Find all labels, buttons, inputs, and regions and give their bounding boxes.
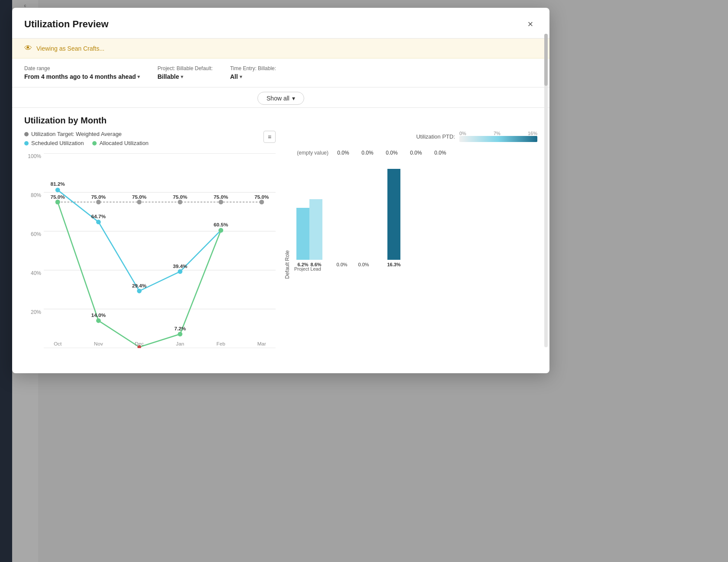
empty-value-row: (empty value) 0.0% 0.0% 0.0% 0.0% 0.0% (284, 145, 537, 156)
ptd-label: Utilization PTD: (416, 133, 455, 140)
modal-title: Utilization Preview (24, 19, 108, 30)
svg-text:Nov: Nov (94, 341, 103, 346)
legend-row-2: Scheduled Utilization Allocated Utilizat… (24, 140, 276, 146)
legend-scheduled-label: Scheduled Utilization (31, 140, 84, 146)
legend-allocated: Allocated Utilization (92, 140, 148, 146)
scrollbar-track[interactable] (544, 34, 548, 347)
time-entry-billable-label: Time Entry: Billable: (230, 65, 276, 71)
svg-text:75.0%: 75.0% (214, 194, 228, 200)
left-chart: Utilization Target: Weighted Average ≡ S… (24, 131, 276, 361)
legend-scheduled: Scheduled Utilization (24, 140, 84, 146)
empty-val-1: 0.0% (332, 150, 354, 156)
time-entry-billable-chevron: ▾ (240, 74, 242, 80)
close-button[interactable]: × (523, 17, 537, 31)
svg-text:75.0%: 75.0% (91, 194, 106, 200)
svg-text:Project Lead: Project Lead (294, 266, 321, 271)
legend-dot-target (24, 132, 29, 136)
eye-icon: 👁 (24, 44, 32, 53)
default-role-label: Default Role (284, 165, 290, 279)
bar-chart-svg: 6.2% 8.6% 0.0% 0.0% 16.3% Project Lead (292, 165, 431, 277)
svg-text:60.5%: 60.5% (214, 222, 228, 227)
svg-point-9 (137, 200, 142, 204)
time-entry-billable-filter: Time Entry: Billable: All ▾ (230, 65, 276, 80)
project-billable-filter: Project: Billable Default: Billable ▾ (157, 65, 212, 80)
svg-text:39.4%: 39.4% (173, 263, 188, 269)
svg-text:81.2%: 81.2% (50, 181, 65, 187)
svg-text:75.0%: 75.0% (132, 194, 147, 200)
empty-val-5: 0.0% (429, 150, 452, 156)
right-chart-content: (empty value) 0.0% 0.0% 0.0% 0.0% 0.0% D… (284, 145, 537, 279)
svg-rect-44 (387, 169, 400, 260)
y-label-60: 60% (31, 231, 41, 237)
svg-point-12 (260, 200, 264, 204)
chart-plot: 75.0% 75.0% 75.0% 75.0% 75.0% 75.0% (44, 153, 276, 348)
time-entry-billable-value[interactable]: All ▾ (230, 73, 276, 80)
svg-text:Dec: Dec (135, 341, 144, 346)
bar-chart-section: Default Role (284, 165, 537, 279)
ptd-gradient-bar (459, 136, 537, 142)
line-chart-svg: 75.0% 75.0% 75.0% 75.0% 75.0% 75.0% (44, 153, 276, 348)
y-label-20: 20% (31, 309, 41, 315)
modal-body: Utilization by Month Utilization Target:… (12, 108, 549, 373)
legend-row-1: Utilization Target: Weighted Average ≡ (24, 131, 276, 137)
show-all-row: Show all ▾ (12, 87, 549, 108)
project-billable-value[interactable]: Billable ▾ (157, 73, 212, 80)
svg-text:75.0%: 75.0% (50, 194, 65, 200)
svg-point-21 (137, 289, 142, 294)
legend-target: Utilization Target: Weighted Average (24, 131, 122, 137)
ptd-scale-numbers: 0% 7% 16% (459, 131, 537, 136)
empty-val-3: 0.0% (380, 150, 403, 156)
empty-value-cells: 0.0% 0.0% 0.0% 0.0% 0.0% (332, 150, 452, 156)
ptd-scale-16: 16% (528, 131, 537, 136)
date-range-filter: Date range From 4 months ago to 4 months… (24, 65, 140, 80)
legend-dot-scheduled (24, 141, 29, 145)
svg-text:64.7%: 64.7% (91, 213, 106, 219)
date-range-label: Date range (24, 65, 140, 71)
svg-point-20 (96, 220, 101, 224)
legend-icon-button[interactable]: ≡ (263, 131, 276, 143)
ptd-scale-7: 7% (494, 131, 500, 136)
date-range-value[interactable]: From 4 months ago to 4 months ahead ▾ (24, 73, 140, 80)
section-title: Utilization by Month (24, 108, 537, 131)
legend-target-label: Utilization Target: Weighted Average (31, 131, 122, 137)
svg-text:75.0%: 75.0% (173, 194, 188, 200)
viewing-banner: 👁 Viewing as Sean Crafts... (12, 39, 549, 58)
svg-text:Feb: Feb (217, 341, 226, 346)
y-label-40: 40% (31, 270, 41, 276)
show-all-button[interactable]: Show all ▾ (257, 92, 304, 105)
modal: Utilization Preview × 👁 Viewing as Sean … (12, 8, 549, 373)
legend-allocated-label: Allocated Utilization (99, 140, 148, 146)
scrollbar-thumb[interactable] (544, 34, 548, 86)
svg-text:Mar: Mar (257, 341, 266, 346)
filters-row: Date range From 4 months ago to 4 months… (12, 58, 549, 87)
y-label-100: 100% (28, 153, 41, 159)
svg-point-33 (218, 228, 223, 233)
svg-point-11 (218, 200, 223, 204)
svg-text:Jan: Jan (176, 341, 184, 346)
svg-rect-43 (309, 199, 322, 260)
svg-text:16.3%: 16.3% (387, 262, 400, 267)
y-axis-labels: 100% 80% 60% 40% 20% (24, 153, 44, 348)
ptd-section: Utilization PTD: 0% 7% 16% (284, 131, 537, 142)
modal-header: Utilization Preview × (12, 8, 549, 39)
svg-point-32 (178, 332, 182, 336)
show-all-chevron: ▾ (292, 95, 295, 102)
chart-legend: Utilization Target: Weighted Average ≡ S… (24, 131, 276, 146)
right-chart: Utilization PTD: 0% 7% 16% (empty (284, 131, 537, 361)
line-chart-container: 100% 80% 60% 40% 20% (24, 153, 276, 361)
svg-point-22 (178, 269, 182, 274)
svg-point-29 (55, 200, 60, 204)
legend-dot-allocated (92, 141, 97, 145)
ptd-scale: 0% 7% 16% (459, 131, 537, 142)
viewing-as-text: Viewing as Sean Crafts... (36, 45, 104, 52)
svg-text:14.0%: 14.0% (91, 312, 106, 318)
empty-value-label: (empty value) (284, 150, 332, 156)
project-billable-chevron: ▾ (181, 74, 183, 80)
svg-point-10 (178, 200, 182, 204)
ptd-scale-0: 0% (459, 131, 466, 136)
empty-val-4: 0.0% (405, 150, 427, 156)
svg-text:75.0%: 75.0% (254, 194, 269, 200)
svg-point-19 (55, 187, 60, 192)
project-billable-label: Project: Billable Default: (157, 65, 212, 71)
svg-text:0.0%: 0.0% (358, 262, 369, 267)
